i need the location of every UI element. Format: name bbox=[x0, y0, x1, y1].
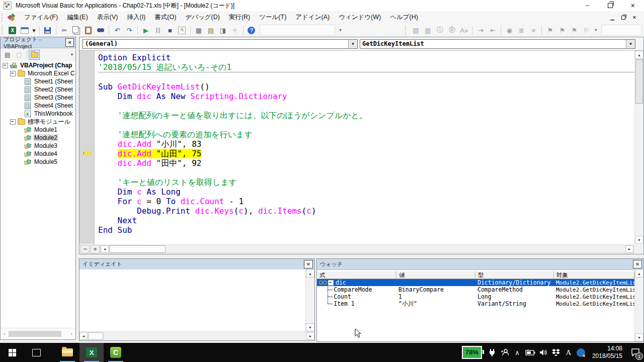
task-view-button[interactable] bbox=[24, 343, 48, 362]
margin-indicator-bar[interactable] bbox=[79, 51, 95, 244]
edit-toolbar-overflow[interactable]: ▾ bbox=[592, 25, 599, 36]
view-code-button[interactable]: ▤ bbox=[2, 50, 13, 60]
standard-toolbar-overflow[interactable]: ▾ bbox=[337, 25, 344, 36]
code-scroll-right-icon[interactable]: ► bbox=[625, 245, 633, 253]
project-explorer-button[interactable]: ▦ bbox=[193, 25, 204, 36]
tree-item-module5[interactable]: Module5 bbox=[1, 158, 75, 166]
watch-caption[interactable]: ウォッチ ✕ bbox=[317, 259, 643, 270]
menu-item-h[interactable]: ヘルプ(H) bbox=[385, 12, 423, 23]
next-bookmark-button[interactable]: ⚑ bbox=[556, 25, 568, 36]
watch-close-button[interactable]: ✕ bbox=[633, 260, 642, 268]
watch-column-header[interactable]: 値 bbox=[396, 271, 475, 279]
code-area[interactable]: Option Explicit'2018/05/15 追記いろいろ-その1Sub… bbox=[79, 51, 643, 244]
toggle-folders-button[interactable] bbox=[29, 50, 40, 60]
code-line-12[interactable] bbox=[98, 168, 634, 177]
watch-column-header[interactable]: 型 bbox=[475, 271, 554, 279]
child-restore-button[interactable] bbox=[618, 14, 629, 22]
watch-expand-icon[interactable] bbox=[328, 280, 334, 286]
list-properties-button[interactable]: ▤ bbox=[410, 25, 421, 36]
tree-expand-icon[interactable] bbox=[3, 63, 8, 68]
immediate-scroll-down-icon[interactable]: ▼ bbox=[306, 323, 314, 331]
tree-item-module1[interactable]: Module1 bbox=[1, 126, 75, 134]
run-button[interactable]: ▶ bbox=[140, 25, 151, 36]
view-excel-button[interactable]: X bbox=[7, 25, 18, 36]
menu-item-e[interactable]: 編集(E) bbox=[62, 12, 93, 23]
tree-item-sheet4sheet[interactable]: Sheet4 (Sheet bbox=[1, 102, 75, 110]
tree-item-module2[interactable]: Module2 bbox=[1, 134, 75, 142]
restore-button[interactable] bbox=[599, 0, 621, 11]
procedure-view-button[interactable]: ≔ bbox=[80, 245, 90, 253]
copy-button[interactable] bbox=[71, 25, 82, 36]
power-plug-icon[interactable] bbox=[488, 343, 497, 362]
watch-column-header[interactable]: 対象 bbox=[554, 271, 634, 279]
menu-item-v[interactable]: 表示(V) bbox=[93, 12, 123, 23]
full-module-view-button[interactable]: ≣ bbox=[91, 245, 100, 253]
toggle-bookmark-button[interactable]: ⚑ bbox=[544, 25, 555, 36]
object-combo-dropdown-icon[interactable]: ▼ bbox=[348, 40, 357, 48]
outdent-button[interactable]: ⇤ bbox=[487, 25, 498, 36]
menu-item-i[interactable]: 挿入(I) bbox=[122, 12, 150, 23]
code-line-3[interactable]: Sub GetDicKeyItemList() bbox=[98, 82, 634, 92]
immediate-scroll-right-icon[interactable]: ► bbox=[306, 332, 314, 340]
code-line-17[interactable]: Next bbox=[98, 216, 634, 225]
project-panel-caption[interactable]: プロジェクト - VBAProject ✕ bbox=[1, 37, 75, 48]
code-line-14[interactable]: Dim c As Long bbox=[98, 187, 634, 197]
menu-item-r[interactable]: 実行(R) bbox=[224, 12, 255, 23]
tree-expand-icon[interactable] bbox=[10, 119, 16, 125]
properties-window-button[interactable]: ▤ bbox=[205, 25, 216, 36]
menu-item-o[interactable]: 書式(O) bbox=[150, 12, 181, 23]
project-close-button[interactable]: ✕ bbox=[65, 38, 74, 47]
watch-scroll-down-icon[interactable]: ▼ bbox=[635, 333, 643, 341]
watch-column-header[interactable]: 式 bbox=[317, 271, 396, 279]
project-hscrollbar[interactable]: ‹ › bbox=[1, 328, 75, 339]
ime-mode-indicator[interactable]: A bbox=[564, 343, 573, 362]
insert-userform-button[interactable] bbox=[19, 25, 30, 36]
toggle-breakpoint-button[interactable]: ◉ bbox=[504, 25, 515, 36]
watch-vscrollbar[interactable]: ▲ ▼ bbox=[634, 269, 643, 341]
file-explorer-button[interactable] bbox=[55, 343, 79, 362]
uncomment-block-button[interactable]: ≡ bbox=[528, 25, 539, 36]
comment-block-button[interactable]: ≣ bbox=[516, 25, 527, 36]
complete-word-button[interactable]: A» bbox=[458, 25, 469, 36]
insert-userform-caret[interactable]: ▾ bbox=[31, 25, 37, 36]
code-line-16[interactable]: Debug.Print dic.Keys(c), dic.Items(c) bbox=[98, 206, 634, 216]
tree-item-sheet3sheet[interactable]: Sheet3 (Sheet bbox=[1, 94, 75, 102]
watch-row-count[interactable]: ├─Count1LongModule2.GetDicKeyItemList bbox=[317, 293, 634, 300]
cut-button[interactable]: ✂ bbox=[59, 25, 70, 36]
menu-item-t[interactable]: ツール(T) bbox=[255, 12, 291, 23]
tree-item-[interactable]: 標準モジュール bbox=[1, 118, 75, 126]
code-line-8[interactable]: '連想配列への要素の追加を行います bbox=[98, 130, 634, 139]
save-button[interactable] bbox=[42, 25, 53, 36]
immediate-caption[interactable]: イミディエイト ✕ bbox=[79, 259, 314, 270]
people-icon[interactable] bbox=[500, 343, 509, 362]
help-button[interactable]: ? bbox=[246, 25, 257, 36]
menu-item-a[interactable]: アドイン(A) bbox=[291, 12, 334, 23]
tree-item-thisworkbook[interactable]: XThisWorkbook bbox=[1, 110, 75, 118]
scroll-left-icon[interactable]: ‹ bbox=[1, 331, 9, 336]
code-line-1[interactable]: '2018/05/15 追記いろいろ-その1 bbox=[98, 62, 634, 72]
procedure-combo-dropdown-icon[interactable]: ▼ bbox=[626, 40, 635, 48]
parameter-info-button[interactable]: ⓟ bbox=[446, 25, 457, 36]
code-line-18[interactable]: End Sub bbox=[98, 225, 634, 235]
find-button[interactable] bbox=[95, 25, 106, 36]
code-line-13[interactable]: 'キーと値のリストを取得します bbox=[98, 177, 634, 187]
design-mode-button[interactable]: ✎ bbox=[177, 25, 188, 36]
tree-item-sheet2sheet[interactable]: Sheet2 (Sheet bbox=[1, 85, 75, 94]
tree-item-sheet1sheet[interactable]: Sheet1 (Sheet bbox=[1, 77, 75, 85]
code-line-2[interactable] bbox=[98, 72, 634, 82]
code-line-5[interactable] bbox=[98, 101, 634, 111]
clock[interactable]: 14:08 2018/05/15 bbox=[589, 343, 625, 362]
battery-percentage-badge[interactable]: 78% bbox=[462, 346, 482, 359]
reset-button[interactable]: ■ bbox=[165, 25, 176, 36]
watch-scroll-up-icon[interactable]: ▲ bbox=[635, 269, 643, 278]
code-scroll-up-icon[interactable]: ▲ bbox=[635, 51, 643, 59]
code-line-10[interactable]: dic.Add "山田", 75 bbox=[98, 149, 634, 158]
minimize-button[interactable]: ─ bbox=[576, 0, 599, 11]
object-combo[interactable]: (General) ▼ bbox=[83, 39, 358, 49]
watch-row-dic[interactable]: dicDictionary/DictionaryModule2.GetDicKe… bbox=[317, 279, 634, 286]
code-line-7[interactable] bbox=[98, 120, 634, 130]
tree-item-module4[interactable]: Module4 bbox=[1, 150, 75, 158]
tree-item-microsoftexcelc[interactable]: Microsoft Excel C bbox=[1, 69, 75, 77]
procedure-combo[interactable]: GetDicKeyItemList ▼ bbox=[360, 39, 635, 49]
tree-item-module3[interactable]: Module3 bbox=[1, 142, 75, 150]
